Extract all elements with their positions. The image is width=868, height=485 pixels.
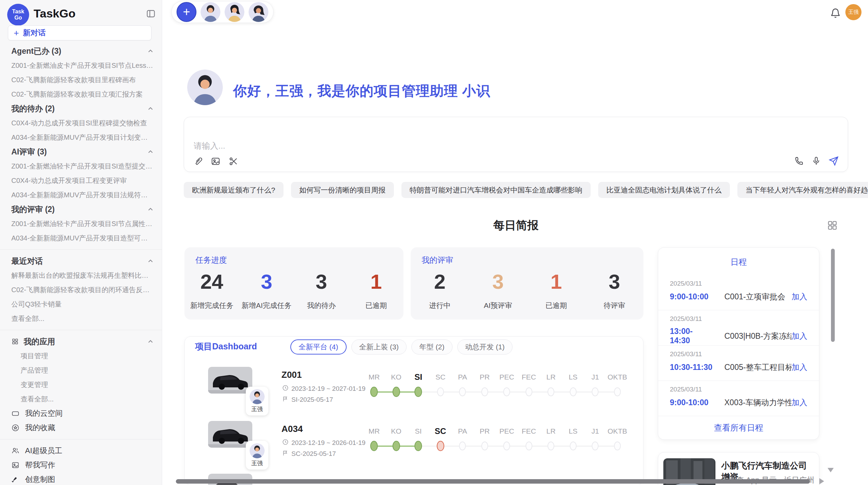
sidebar-link[interactable]: 我的收藏 (0, 421, 162, 435)
sidebar-item[interactable]: A034-全新新能源MUV产品开发项目造型可行性评审 (0, 231, 162, 245)
milestone-node[interactable] (459, 387, 466, 396)
project-row[interactable]: 王强Z0012023-12-19 ~ 2027-01-19SI-2025-05-… (185, 365, 643, 417)
milestone-node[interactable] (526, 442, 532, 450)
sidebar-item[interactable]: C0X4-动力总成开发项目SI里程碑提交物检查 (0, 116, 162, 130)
project-row[interactable]: 王强A0342023-12-19 ~ 2026-01-19SC-2025-05-… (185, 420, 643, 471)
vertical-scrollbar[interactable] (831, 249, 835, 342)
sidebar-item[interactable]: 变更管理 (0, 377, 162, 392)
chevron-up-icon[interactable] (147, 105, 154, 112)
agent-avatar-3[interactable] (249, 2, 268, 22)
notifications-bell-icon[interactable] (830, 8, 841, 20)
send-icon[interactable] (829, 156, 839, 166)
milestone-node[interactable] (393, 387, 400, 397)
sidebar-link[interactable]: 帮我写作 (0, 458, 162, 472)
filter-pill[interactable]: 全新平台 (4) (290, 339, 347, 355)
suggestion-chip[interactable]: 比亚迪全固态电池计划具体说了什么 (598, 182, 730, 198)
sidebar-item[interactable]: C02-飞腾新能源轻客改款项目的闭环通告反馈情况 (0, 283, 162, 297)
sidebar-item[interactable]: 产品管理 (0, 363, 162, 377)
attachment-icon[interactable] (193, 157, 203, 166)
milestone-node[interactable] (592, 387, 599, 396)
chat-input-box[interactable]: 请输入... (184, 117, 848, 172)
sidebar-section-header[interactable]: 最近对话 (0, 254, 162, 268)
milestone-node[interactable] (414, 441, 422, 451)
milestone-node[interactable] (437, 387, 444, 396)
suggestion-chip[interactable]: 如何写一份清晰的项目周报 (291, 182, 394, 198)
microphone-icon[interactable] (811, 156, 821, 166)
sidebar-item[interactable]: A034-全新新能源MUV产品开发项目计划变更表编写 (0, 130, 162, 145)
milestone-track: MRKOSISCPAPRPECFECLRLSJ1OKTB (363, 426, 628, 453)
sidebar-item[interactable]: Z001-全新燃油皮卡产品开发项目SI节点Lesson Learn报告 (0, 58, 162, 73)
layout-grid-icon[interactable] (827, 220, 838, 232)
milestone-node[interactable] (370, 387, 378, 397)
filter-pill[interactable]: 年型 (2) (411, 339, 453, 355)
milestone-node[interactable] (547, 387, 554, 396)
sidebar-link[interactable]: AI超级员工 (0, 444, 162, 458)
milestone-node[interactable] (370, 441, 378, 451)
agent-avatar-2[interactable] (225, 2, 244, 22)
chevron-up-icon[interactable] (147, 148, 154, 156)
sidebar-item[interactable]: A034-全新新能源MUV产品开发项目法规符合性评审 (0, 188, 162, 202)
add-agent-button[interactable]: + (177, 2, 196, 22)
sidebar-item[interactable]: C02-飞腾新能源轻客改款项目立项汇报方案 (0, 87, 162, 101)
sidebar-section-header[interactable]: AI评审 (3) (0, 145, 162, 159)
join-link[interactable]: 加入 (792, 362, 807, 373)
milestone-node[interactable] (570, 387, 577, 396)
scissors-icon[interactable] (229, 157, 238, 166)
join-link[interactable]: 加入 (792, 291, 807, 302)
chevron-up-icon[interactable] (147, 338, 154, 345)
sidebar-item[interactable]: 查看全部... (0, 311, 162, 326)
milestone-node[interactable] (614, 442, 621, 450)
milestone-node[interactable] (592, 442, 599, 450)
milestone-node[interactable] (503, 442, 510, 450)
new-chat-button[interactable]: + 新对话 (8, 25, 152, 40)
milestone-node[interactable] (526, 387, 532, 396)
milestone-node[interactable] (614, 387, 621, 396)
milestone-node[interactable] (570, 442, 577, 450)
user-avatar[interactable]: 王强 (845, 4, 861, 20)
milestone-node[interactable] (481, 442, 488, 450)
sidebar-item[interactable]: 公司Q3轻卡销量 (0, 297, 162, 311)
join-link[interactable]: 加入 (792, 331, 807, 341)
sidebar-collapse-icon[interactable] (146, 9, 156, 20)
suggestion-chip[interactable]: 欧洲新规最近颁布了什么? (184, 182, 284, 198)
horizontal-scrollbar[interactable] (176, 479, 810, 484)
schedule-event[interactable]: 2025/03/119:00-10:00C001-立项审批会加入 (658, 275, 819, 310)
filter-pill[interactable]: 全新上装 (3) (351, 339, 407, 355)
chevron-up-icon[interactable] (147, 257, 154, 265)
join-link[interactable]: 加入 (792, 397, 807, 408)
sidebar-item[interactable]: Z001-全新燃油轻卡产品开发项目SI节点属性5D文件评审 (0, 216, 162, 231)
phone-icon[interactable] (794, 156, 804, 166)
image-upload-icon[interactable] (211, 157, 220, 166)
sidebar-section-header[interactable]: Agent已办 (3) (0, 44, 162, 58)
milestone-node[interactable] (459, 442, 466, 450)
milestone-node[interactable] (547, 442, 554, 450)
sidebar-section-header[interactable]: 我的应用 (0, 334, 162, 349)
scroll-right-arrow[interactable] (819, 478, 824, 484)
sidebar-link[interactable]: 我的云空间 (0, 406, 162, 421)
milestone-node[interactable] (503, 387, 510, 396)
scroll-down-arrow[interactable] (828, 468, 834, 472)
sidebar-item[interactable]: 查看全部... (0, 392, 162, 406)
filter-pill[interactable]: 动总开发 (1) (457, 339, 513, 355)
milestone-node[interactable] (437, 441, 444, 451)
schedule-event[interactable]: 2025/03/1110:30-11:30C005-整车工程目标评审加入 (658, 346, 819, 381)
sidebar-link[interactable]: 创意制图 (0, 472, 162, 485)
sidebar-section-header[interactable]: 我的待办 (2) (0, 101, 162, 116)
sidebar-item[interactable]: 项目管理 (0, 349, 162, 363)
suggestion-chip[interactable]: 特朗普可能对进口汽车增税会对中国车企造成哪些影响 (401, 182, 591, 198)
chevron-up-icon[interactable] (147, 47, 154, 55)
sidebar-item[interactable]: Z001-全新燃油轻卡产品开发项目SI造型提交物评审 (0, 159, 162, 173)
agent-avatar-1[interactable] (201, 2, 220, 22)
suggestion-chip[interactable]: 当下年轻人对汽车外观有怎样的喜好趋势 (737, 182, 868, 198)
sidebar-item[interactable]: C02-飞腾新能源轻客改款项目里程碑画布 (0, 73, 162, 87)
sidebar-item[interactable]: C0X4-动力总成开发项目工程变更评审 (0, 173, 162, 188)
sidebar-item[interactable]: 解释最新出台的欧盟报废车法规再生塑料比例被调至15%... (0, 268, 162, 283)
chevron-up-icon[interactable] (147, 206, 154, 213)
view-all-schedule-link[interactable]: 查看所有日程 (658, 422, 819, 433)
milestone-node[interactable] (481, 387, 488, 396)
schedule-event[interactable]: 2025/03/119:00-10:00X003-车辆动力学性能验...加入 (658, 381, 819, 416)
sidebar-section-header[interactable]: 我的评审 (2) (0, 202, 162, 216)
milestone-node[interactable] (393, 441, 400, 451)
schedule-event[interactable]: 2025/03/1113:00-14:30C003|H0B-方案冻结评审加入 (658, 310, 819, 345)
milestone-node[interactable] (414, 387, 422, 397)
